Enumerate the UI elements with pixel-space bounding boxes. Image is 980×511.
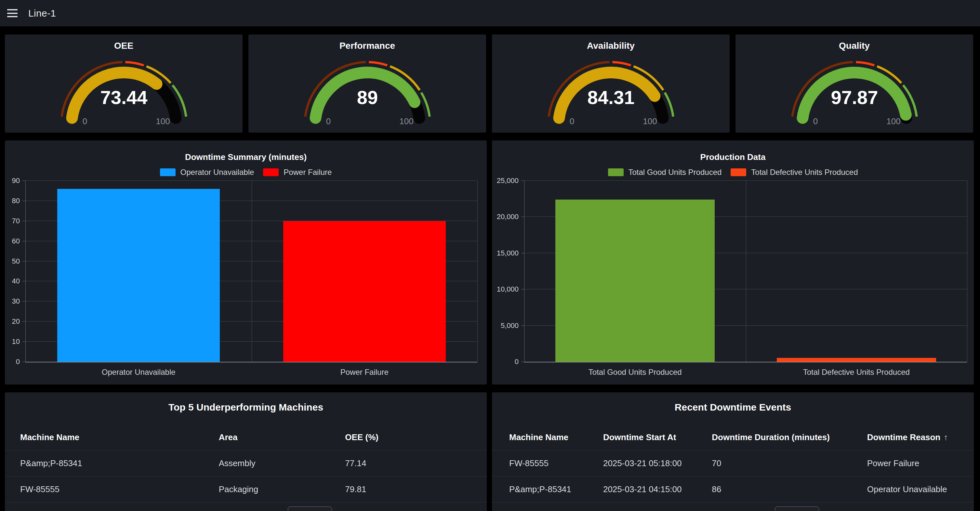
- pagination-button[interactable]: [288, 506, 332, 511]
- table-cell: Operator Unavailable: [867, 484, 956, 494]
- table-cell: 2025-03-21 05:18:00: [603, 458, 712, 468]
- table-header-row: Machine NameDowntime Start AtDowntime Du…: [492, 425, 974, 451]
- y-tick-label: 70: [12, 217, 20, 225]
- hamburger-icon: [7, 13, 18, 14]
- y-tick-label: 20: [12, 317, 20, 326]
- column-header-label: Area: [219, 432, 238, 443]
- gauge-arc: 97.870100: [783, 55, 926, 131]
- gauge-max-label: 100: [156, 116, 170, 126]
- axis-tick-mark: [521, 217, 525, 217]
- column-header-label: Machine Name: [20, 432, 80, 443]
- gauge-max-label: 100: [886, 116, 900, 126]
- chart-legend: Total Good Units ProducedTotal Defective…: [492, 168, 974, 177]
- y-tick-label: 30: [12, 297, 20, 306]
- legend-item-total-good-units-produced[interactable]: Total Good Units Produced: [608, 168, 722, 177]
- axis-tick-mark: [521, 253, 525, 253]
- table-title: Recent Downtime Events: [492, 392, 974, 422]
- table-panel-top-5-underperforming-machines: Top 5 Underperforming MachinesMachine Na…: [5, 392, 487, 511]
- y-tick-label: 25,000: [497, 176, 519, 185]
- bar-total-defective-units-produced[interactable]: [777, 358, 936, 362]
- column-header-downtime-reason[interactable]: Downtime Reason↑: [867, 432, 956, 443]
- gauge-title: Quality: [735, 40, 973, 51]
- gauge-threshold-band: [125, 62, 144, 65]
- bar-total-good-units-produced[interactable]: [555, 200, 715, 362]
- chart-title: Production Data: [492, 152, 974, 162]
- y-tick-label: 0: [16, 357, 20, 366]
- gauge-threshold-band: [612, 62, 631, 65]
- column-header-downtime-start-at[interactable]: Downtime Start At: [603, 432, 712, 443]
- menu-button[interactable]: [7, 9, 18, 17]
- table-cell: FW-85555: [20, 484, 219, 494]
- plot-area: 05,00010,00015,00020,00025,000Total Good…: [524, 181, 967, 362]
- table-cell: Assembly: [219, 458, 345, 468]
- axis-tick-mark: [521, 325, 525, 326]
- column-header-label: OEE (%): [345, 432, 379, 443]
- x-category-label: Operator Unavailable: [102, 368, 176, 377]
- legend-label: Total Good Units Produced: [628, 168, 722, 177]
- x-category-label: Power Failure: [340, 368, 388, 377]
- chart-title: Downtime Summary (minutes): [5, 152, 487, 162]
- gauge-arc: 890100: [296, 55, 439, 131]
- table-row: P&amp;P-853412025-03-21 04:15:0086Operat…: [492, 476, 974, 503]
- legend-item-total-defective-units-produced[interactable]: Total Defective Units Produced: [730, 168, 858, 177]
- table-cell: Packaging: [219, 484, 345, 494]
- axis-tick-mark: [22, 181, 26, 181]
- column-header-oee[interactable]: OEE (%): [345, 432, 471, 443]
- gauge-panel-quality: Quality97.870100: [735, 35, 973, 133]
- gauge-panel-performance: Performance890100: [248, 35, 486, 133]
- plot-area: 0102030405060708090Operator UnavailableP…: [25, 181, 477, 362]
- y-tick-label: 80: [12, 197, 20, 205]
- legend-item-power-failure[interactable]: Power Failure: [263, 168, 332, 177]
- table-cell: 70: [712, 458, 867, 468]
- table-title: Top 5 Underperforming Machines: [5, 392, 487, 422]
- arrow-up-icon: ↑: [943, 432, 948, 443]
- legend-label: Total Defective Units Produced: [751, 168, 858, 177]
- gauge-value: 89: [357, 87, 378, 108]
- y-tick-label: 20,000: [497, 213, 519, 221]
- gauge-arc: 73.440100: [52, 55, 196, 131]
- table-header-row: Machine NameAreaOEE (%): [5, 425, 487, 451]
- axis-tick-mark: [521, 181, 525, 181]
- y-tick-label: 40: [12, 277, 20, 286]
- column-header-machine-name[interactable]: Machine Name: [509, 432, 603, 443]
- gauge-min-label: 0: [813, 116, 818, 126]
- gauge-max-label: 100: [643, 116, 657, 126]
- table-row: FW-85555Packaging79.81: [5, 476, 487, 503]
- column-header-area[interactable]: Area: [219, 432, 345, 443]
- table-cell: 77.14: [345, 458, 471, 468]
- y-tick-label: 10: [12, 337, 20, 346]
- bar-operator-unavailable[interactable]: [57, 189, 220, 362]
- column-header-downtime-duration-minutes[interactable]: Downtime Duration (minutes): [712, 432, 867, 443]
- table-cell: P&amp;P-85341: [20, 458, 219, 468]
- column-header-label: Downtime Duration (minutes): [712, 432, 830, 443]
- legend-label: Power Failure: [283, 168, 332, 177]
- gridline: [477, 181, 478, 362]
- legend-swatch: [160, 168, 176, 176]
- dashboard-title: Line-1: [28, 8, 56, 19]
- table-cell: FW-85555: [509, 458, 603, 468]
- bar-power-failure[interactable]: [283, 221, 446, 362]
- y-tick-label: 10,000: [497, 285, 519, 294]
- y-tick-label: 5,000: [501, 322, 519, 330]
- gauge-title: Availability: [492, 40, 730, 51]
- gauge-min-label: 0: [82, 116, 87, 126]
- top-nav-bar: Line-1: [0, 0, 980, 26]
- y-tick-label: 0: [515, 357, 519, 366]
- pagination-button[interactable]: [775, 506, 819, 511]
- y-tick-label: 15,000: [497, 249, 519, 257]
- table-cell: 79.81: [345, 484, 471, 494]
- table-row: FW-855552025-03-21 05:18:0070Power Failu…: [492, 451, 974, 476]
- y-tick-label: 90: [12, 176, 20, 185]
- hamburger-icon: [7, 16, 18, 17]
- column-header-label: Downtime Start At: [603, 432, 676, 443]
- table-cell: P&amp;P-85341: [509, 484, 603, 494]
- gauge-threshold-band: [369, 62, 387, 65]
- legend-item-operator-unavailable[interactable]: Operator Unavailable: [160, 168, 254, 177]
- legend-swatch: [608, 168, 624, 176]
- legend-swatch: [730, 168, 746, 176]
- x-category-label: Total Defective Units Produced: [803, 368, 910, 377]
- table-cell: 2025-03-21 04:15:00: [603, 484, 712, 494]
- gauge-max-label: 100: [399, 116, 413, 126]
- gridline: [967, 181, 967, 362]
- column-header-machine-name[interactable]: Machine Name: [20, 432, 219, 443]
